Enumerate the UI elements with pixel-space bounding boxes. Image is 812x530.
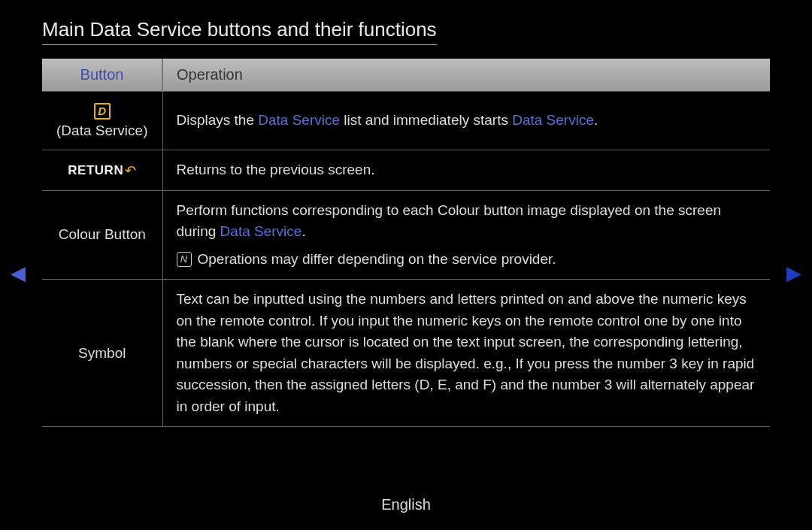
note-text: Operations may differ depending on the s… <box>198 251 556 267</box>
cell-symbol-op: Text can be inputted using the numbers a… <box>162 280 770 427</box>
text: Displays the <box>177 112 259 128</box>
table-header-row: Button Operation <box>42 59 770 92</box>
cell-colour-button: Colour Button <box>42 190 162 280</box>
cell-symbol-button: Symbol <box>42 280 162 427</box>
text: . <box>301 223 305 239</box>
link-data-service: Data Service <box>258 112 340 128</box>
data-service-table: Button Operation D (Data Service) Displa… <box>42 59 770 427</box>
note-line: NOperations may differ depending on the … <box>177 249 757 271</box>
data-service-label: (Data Service) <box>56 123 147 138</box>
return-label: RETURN <box>68 163 123 177</box>
nav-next-icon[interactable]: ▶ <box>786 262 801 285</box>
table-row: Colour Button Perform functions correspo… <box>42 190 770 280</box>
header-operation: Operation <box>162 59 770 92</box>
cell-return-button: RETURN↶ <box>42 150 162 191</box>
text: list and immediately starts <box>340 112 512 128</box>
nav-prev-icon[interactable]: ◀ <box>11 262 26 285</box>
data-service-icon: D <box>94 103 111 120</box>
note-icon: N <box>177 252 192 267</box>
cell-return-op: Returns to the previous screen. <box>162 150 770 191</box>
cell-data-service-button: D (Data Service) <box>42 92 162 150</box>
table-row: Symbol Text can be inputted using the nu… <box>42 280 770 427</box>
link-data-service: Data Service <box>220 223 302 239</box>
header-button: Button <box>42 59 162 92</box>
return-icon: ↶ <box>125 163 136 178</box>
text: . <box>594 112 598 128</box>
table-row: RETURN↶ Returns to the previous screen. <box>42 150 770 191</box>
page-title: Main Data Service buttons and their func… <box>42 18 437 45</box>
cell-colour-op: Perform functions corresponding to each … <box>162 190 770 280</box>
link-data-service: Data Service <box>512 112 594 128</box>
cell-data-service-op: Displays the Data Service list and immed… <box>162 92 770 150</box>
table-row: D (Data Service) Displays the Data Servi… <box>42 92 770 150</box>
footer-language: English <box>0 496 812 513</box>
